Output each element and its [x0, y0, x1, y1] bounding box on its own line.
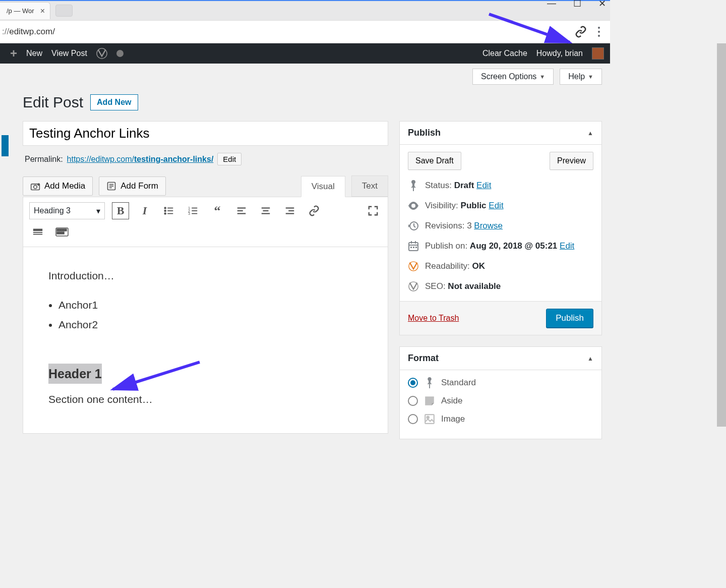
publish-button[interactable]: Publish: [546, 309, 593, 328]
align-right-button[interactable]: [281, 202, 298, 219]
permalink-url[interactable]: https://editwp.com/testing-anchor-links/: [67, 155, 214, 164]
publish-header[interactable]: Publish ▲: [400, 122, 601, 145]
plus-icon[interactable]: +: [10, 46, 17, 61]
permalink-row: Permalink: https://editwp.com/testing-an…: [25, 153, 386, 165]
calendar-icon: [408, 241, 419, 252]
yoast-icon[interactable]: [96, 48, 107, 59]
radio-checked: [408, 378, 418, 388]
yoast-seo-icon: [408, 281, 419, 292]
radio-unchecked: [408, 414, 418, 424]
italic-button[interactable]: I: [136, 202, 153, 219]
quote-button[interactable]: “: [209, 202, 226, 219]
svg-rect-48: [410, 247, 412, 248]
align-center-button[interactable]: [257, 202, 274, 219]
admin-bar-view-post[interactable]: View Post: [51, 49, 87, 58]
fullscreen-button[interactable]: [365, 202, 382, 219]
format-header[interactable]: Format ▲: [400, 347, 601, 370]
admin-bar-clear-cache[interactable]: Clear Cache: [482, 49, 527, 58]
minimize-icon[interactable]: —: [547, 0, 556, 9]
publish-metabox: Publish ▲ Save Draft Preview Status: Dra…: [399, 121, 602, 335]
link-icon[interactable]: [575, 26, 587, 38]
svg-point-9: [164, 207, 166, 209]
bold-button[interactable]: B: [112, 202, 129, 219]
svg-rect-40: [62, 232, 64, 234]
address-bar: ://editwp.com/: [0, 20, 610, 43]
edit-date-link[interactable]: Edit: [560, 241, 574, 251]
new-tab-button[interactable]: [55, 5, 73, 17]
align-left-button[interactable]: [233, 202, 250, 219]
svg-point-11: [164, 210, 166, 212]
svg-rect-54: [425, 415, 434, 424]
url[interactable]: ://editwp.com/: [0, 27, 575, 37]
svg-rect-30: [33, 229, 42, 231]
svg-point-4: [37, 183, 40, 186]
pin-icon: [408, 180, 419, 191]
image-icon: [424, 414, 435, 425]
yoast-readability-icon: [408, 261, 419, 272]
format-metabox: Format ▲ Standard Aside: [399, 346, 602, 439]
add-media-button[interactable]: Add Media: [23, 177, 93, 196]
wp-page: Screen Options▼ Help▼ Edit Post Add New …: [7, 64, 610, 460]
format-image[interactable]: Image: [408, 414, 593, 425]
add-new-button[interactable]: Add New: [90, 94, 138, 110]
editor-toolbar: Heading 3▾ B I 123 “: [23, 197, 388, 247]
post-editor[interactable]: Introduction… Anchor1 Anchor2 Header 1 S…: [23, 247, 388, 434]
close-icon[interactable]: ×: [40, 7, 45, 16]
status-dot: [116, 50, 124, 57]
chevron-down-icon: ▾: [96, 206, 100, 216]
admin-menu-indicator: [2, 135, 9, 156]
editor-anchor-item: Anchor2: [58, 316, 362, 333]
window-controls: — ☐ ✕: [547, 0, 606, 9]
svg-point-3: [34, 185, 37, 189]
tab-visual[interactable]: Visual: [301, 176, 345, 197]
editor-anchor-item: Anchor1: [58, 297, 362, 314]
tab-text[interactable]: Text: [351, 175, 388, 197]
maximize-icon[interactable]: ☐: [573, 0, 581, 9]
help-tab[interactable]: Help▼: [560, 69, 602, 85]
aside-icon: [424, 395, 435, 406]
post-title-input[interactable]: [23, 121, 388, 146]
svg-point-55: [427, 417, 429, 419]
numbered-list-button[interactable]: 123: [185, 202, 202, 219]
toolbar-toggle-button[interactable]: [53, 223, 71, 241]
add-form-button[interactable]: Add Form: [99, 177, 166, 196]
browse-revisions-link[interactable]: Browse: [474, 221, 503, 230]
insert-more-button[interactable]: [29, 223, 46, 241]
svg-rect-34: [57, 229, 59, 231]
editor-section: Section one content…: [48, 391, 362, 408]
browser-tab-strip: /p — Wor × — ☐ ✕: [0, 0, 610, 20]
avatar[interactable]: [592, 47, 604, 60]
screen-options-tab[interactable]: Screen Options▼: [472, 69, 554, 85]
svg-rect-37: [65, 229, 67, 231]
browser-tab[interactable]: /p — Wor ×: [0, 2, 50, 19]
wp-admin-bar: + New View Post Clear Cache Howdy, brian: [0, 43, 610, 64]
svg-rect-31: [33, 232, 42, 233]
bullet-list-button[interactable]: [160, 202, 177, 219]
edit-status-link[interactable]: Edit: [476, 181, 491, 190]
permalink-edit-button[interactable]: Edit: [217, 153, 241, 165]
page-title: Edit Post: [23, 94, 83, 111]
save-draft-button[interactable]: Save Draft: [408, 152, 461, 170]
svg-line-41: [113, 362, 200, 389]
insert-link-button[interactable]: [306, 202, 323, 219]
permalink-label: Permalink:: [25, 155, 63, 164]
edit-visibility-link[interactable]: Edit: [489, 201, 503, 210]
svg-rect-38: [57, 232, 59, 234]
eye-icon: [408, 200, 419, 211]
collapse-icon: ▲: [587, 355, 593, 362]
move-to-trash-link[interactable]: Move to Trash: [408, 314, 459, 323]
svg-rect-47: [415, 241, 416, 244]
svg-rect-36: [62, 229, 64, 231]
preview-button[interactable]: Preview: [550, 152, 593, 170]
admin-bar-howdy[interactable]: Howdy, brian: [536, 49, 583, 58]
svg-point-13: [164, 213, 166, 214]
menu-icon[interactable]: [594, 27, 604, 37]
admin-bar-new[interactable]: New: [26, 49, 42, 58]
format-aside[interactable]: Aside: [408, 395, 593, 406]
radio-unchecked: [408, 396, 418, 406]
editor-intro: Introduction…: [48, 267, 362, 284]
close-window-icon[interactable]: ✕: [598, 0, 606, 9]
format-standard[interactable]: Standard: [408, 377, 593, 388]
svg-rect-53: [429, 384, 430, 388]
block-format-select[interactable]: Heading 3▾: [29, 202, 105, 219]
